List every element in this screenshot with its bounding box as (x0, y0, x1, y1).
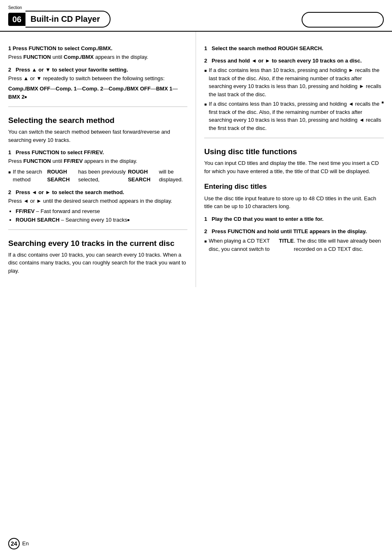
dt-step2-heading: 2 Press FUNCTION and hold until TITLE ap… (204, 228, 384, 235)
comp-step1-body: Press FUNCTION until Comp./BMX appears i… (8, 53, 187, 61)
selecting-heading: Selecting the search method (8, 116, 187, 125)
searching-block: Searching every 10 tracks in the current… (8, 239, 187, 275)
entering-intro: Use the disc title input feature to stor… (204, 195, 384, 211)
selecting-search-block: Selecting the search method You can swit… (8, 116, 187, 224)
comp-step1-heading: 1 Press FUNCTION to select Comp./BMX. (8, 45, 187, 52)
disc-title-intro: You can input CD titles and display the … (204, 159, 384, 175)
rs-step2-heading: 2 Press and hold ◄ or ► to search every … (204, 57, 384, 65)
searching-heading: Searching every 10 tracks in the current… (8, 239, 187, 248)
dt-step2-bullet: When playing a CD TEXT disc, you cannot … (204, 237, 384, 253)
dt-step1-heading: 1 Play the CD that you want to enter a t… (204, 215, 384, 223)
sel-bullet-2: ROUGH SEARCH – Searching every 10 tracks… (16, 216, 187, 224)
section-label: Section (8, 5, 22, 11)
rs-step1-heading: 1 Select the search method ROUGH SEARCH. (204, 45, 384, 52)
sel-step2-heading: 2 Press ◄ or ► to select the search meth… (8, 189, 187, 196)
header-oval (302, 12, 384, 28)
language-label: En (22, 540, 29, 548)
page: Section 06 Built-in CD Player 1 Press FU… (0, 0, 392, 556)
sel-bullet-list: FF/REV – Fast forward and reverse ROUGH … (16, 208, 187, 224)
rs-bullet1: If a disc contains less than 10 tracks, … (204, 66, 384, 98)
comp-step2-heading: 2 Press ▲ or ▼ to select your favorite s… (8, 66, 187, 74)
rough-search-block: 1 Select the search method ROUGH SEARCH.… (204, 45, 384, 132)
page-number: 24 (8, 538, 20, 549)
sel-step1-heading: 1 Press FUNCTION to select FF/REV. (8, 149, 187, 156)
disc-title-block: Using disc title functions You can input… (204, 147, 384, 253)
sel-bullet-1: FF/REV – Fast forward and reverse (16, 208, 187, 215)
comp-bmx-block: 1 Press FUNCTION to select Comp./BMX. Pr… (8, 45, 187, 101)
comp-settings: Comp./BMX OFF—Comp. 1—Comp. 2—Comp./BMX … (8, 85, 187, 101)
sel-step2-body: Press ◄ or ► until the desired search me… (8, 197, 187, 205)
divider2 (8, 229, 187, 230)
left-column: 1 Press FUNCTION to select Comp./BMX. Pr… (0, 32, 196, 287)
divider3 (204, 138, 384, 138)
entering-heading: Entering disc titles (204, 182, 384, 192)
right-column: 1 Select the search method ROUGH SEARCH.… (196, 32, 392, 287)
comp-step2-body: Press ▲ or ▼ repeatedly to switch betwee… (8, 74, 187, 83)
disc-title-heading: Using disc title functions (204, 147, 384, 157)
section-number: 06 (8, 13, 25, 26)
main-content: 1 Press FUNCTION to select Comp./BMX. Pr… (0, 32, 392, 287)
footer: 24 En (8, 538, 29, 549)
rs-bullet2: If a disc contains less than 10 tracks, … (204, 100, 384, 132)
section-title: Built-in CD Player (25, 11, 111, 28)
sel-step1-body1: Press FUNCTION until FF/REV appears in t… (8, 157, 187, 165)
divider1 (8, 107, 187, 107)
selecting-intro: You can switch the search method between… (8, 128, 187, 144)
searching-intro: If a disc contains over 10 tracks, you c… (8, 251, 187, 275)
sel-step1-note: If the search method ROUGH SEARCH has be… (8, 168, 187, 184)
